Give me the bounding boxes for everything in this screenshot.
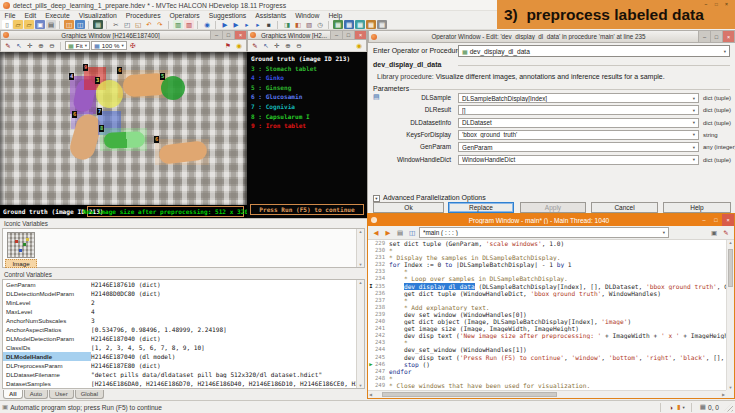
zoom-select[interactable]: ▦100 %▾	[91, 41, 127, 50]
maximize-button[interactable]: □	[710, 31, 722, 42]
activate-icon[interactable]: ◨	[282, 20, 292, 29]
paste-icon[interactable]: ◱	[133, 20, 143, 29]
code-editor[interactable]: 229set_dict_tuple (GenParam, 'scale_wind…	[368, 240, 726, 390]
param-value-combo[interactable]: []▾	[458, 105, 699, 115]
variable-row-DLDetectionModelParam[interactable]: DLDetectionModelParamH21408D0DC80 (dict)	[3, 289, 364, 298]
menu-execute[interactable]: Execute	[41, 12, 75, 19]
pan-icon[interactable]: ✛	[25, 41, 35, 50]
maximize-button[interactable]: □	[710, 214, 722, 226]
code-line-239[interactable]: 239 dev_set_window (WindowHandles[0])	[368, 311, 726, 318]
variable-row-DatasetSamples[interactable]: DatasetSamples[H2146E186DA0, H2146E186D7…	[3, 379, 364, 388]
menu-visualization[interactable]: Visualization	[74, 12, 121, 19]
variable-row-DLModelDetectionParam[interactable]: DLModelDetectionParamH2146E187040 (dict)	[3, 334, 364, 343]
expander-arrow-icon[interactable]: ▾	[373, 195, 380, 202]
chevron-down-icon[interactable]: ▾	[693, 145, 695, 150]
code-line-249[interactable]: 249* Close windows that have been used f…	[368, 382, 726, 389]
chevron-down-icon[interactable]: ▾	[683, 405, 685, 410]
replace-operator-icon[interactable]: ▥	[184, 20, 194, 29]
variable-row-ClassIDs[interactable]: ClassIDs[1, 2, 3, 4, 5, 6, 7, 8, 9, 10]	[3, 343, 364, 352]
menu-help[interactable]: Help	[324, 12, 347, 19]
undo-icon[interactable]: ↶	[144, 20, 154, 29]
select-icon[interactable]: ↖	[261, 41, 271, 50]
zoom-out-icon[interactable]: ⊖	[47, 41, 57, 50]
param-value-combo[interactable]: DLDataset▾	[458, 118, 699, 128]
tab-user[interactable]: User	[49, 390, 74, 399]
code-line-245[interactable]: 245 dev_disp_text ('Press Run (F5) to co…	[368, 354, 726, 361]
zoom-out-icon[interactable]: ⊖	[294, 41, 304, 50]
scrollbar-thumb[interactable]	[728, 249, 733, 287]
open-program-icon[interactable]: ▱	[13, 20, 23, 29]
code-line-248[interactable]: 248*	[368, 375, 726, 382]
close-button[interactable]: ×	[722, 214, 734, 226]
tab-auto[interactable]: Auto	[24, 390, 48, 399]
run-icon[interactable]: ▶	[220, 20, 230, 29]
variable-row-DLDatasetFilename[interactable]: DLDatasetFilename"detect_pills_data/dlda…	[3, 370, 364, 379]
new-program-icon[interactable]: ▯	[2, 20, 12, 29]
profiler-icon[interactable]: ▧	[304, 20, 314, 29]
menu-suggestions[interactable]: Suggestions	[204, 12, 250, 19]
variable-row-AnchorAspectRatios[interactable]: AnchorAspectRatios[0.534796, 0.98496, 1.…	[3, 325, 364, 334]
image-acquisition-assistant-icon[interactable]: ▦	[333, 20, 343, 29]
variable-row-MaxLevel[interactable]: MaxLevel4	[3, 307, 364, 316]
step-out-icon[interactable]: ▸	[253, 20, 263, 29]
menu-window[interactable]: Window	[291, 12, 324, 19]
pill-image-canvas[interactable]: 493656786	[0, 52, 247, 205]
code-line-233[interactable]: 233 *	[368, 268, 726, 275]
code-line-229[interactable]: 229set_dict_tuple (GenParam, 'scale_wind…	[368, 240, 726, 247]
copy-icon[interactable]: ◰	[122, 20, 132, 29]
resize-grip[interactable]	[724, 403, 733, 412]
print-icon[interactable]: ▤	[46, 20, 56, 29]
code-line-244[interactable]: 244 dev_set_window (WindowHandles[1])	[368, 346, 726, 353]
insert-operator-icon[interactable]: ▥	[173, 20, 183, 29]
import-icon[interactable]: ◫	[75, 20, 85, 29]
edit-procedure-icon[interactable]: ✎	[721, 228, 731, 237]
menu-edit[interactable]: Edit	[20, 12, 41, 19]
menu-file[interactable]: File	[0, 12, 20, 19]
code-line-242[interactable]: 242 dev_disp_text ('New image size after…	[368, 332, 726, 339]
vertical-scrollbar[interactable]: ▲▼	[356, 280, 364, 388]
calibration-assistant-icon[interactable]: ▦	[344, 20, 354, 29]
menu-operators[interactable]: Operators	[165, 12, 204, 19]
legend-canvas[interactable]: Ground truth (image ID 213)3 : Stomach t…	[247, 52, 367, 218]
ocr-assistant-icon[interactable]: ▦	[377, 20, 387, 29]
select-icon[interactable]: ↖	[14, 41, 24, 50]
code-line-247[interactable]: 247endfor	[368, 368, 726, 375]
image-variable-label[interactable]: Image	[5, 259, 37, 268]
variable-row-GenParam[interactable]: GenParamH2146E187610 (dict)	[3, 280, 364, 289]
zoom-in-icon[interactable]: ⊕	[283, 41, 293, 50]
close-button[interactable]: ×	[722, 31, 734, 42]
pan-icon[interactable]: ✛	[272, 41, 282, 50]
image-variable-thumbnail[interactable]	[7, 232, 35, 258]
param-value-combo[interactable]: 'bbox_ground_truth'▾	[458, 130, 699, 140]
operator-search-combo[interactable]: ▦ dev_display_dl_data ▾	[458, 45, 730, 57]
variable-row-DLPreprocessParam[interactable]: DLPreprocessParamH2146E187E80 (dict)	[3, 361, 364, 370]
param-value-combo[interactable]: GenParam▾	[458, 142, 699, 152]
step-into-icon[interactable]: ▸	[242, 20, 252, 29]
open-file-icon[interactable]: ▱	[24, 20, 34, 29]
minimize-button[interactable]: –	[210, 31, 222, 39]
forward-icon[interactable]: ▶	[383, 228, 393, 237]
code-line-243[interactable]: 243 *	[368, 339, 726, 346]
clock-icon[interactable]: ◷	[315, 20, 325, 29]
variable-row-MinLevel[interactable]: MinLevel2	[3, 298, 364, 307]
procedures-icon[interactable]: ▤	[395, 228, 405, 237]
minimize-button[interactable]: –	[698, 214, 710, 226]
vertical-scrollbar[interactable]: ▲▼	[356, 229, 364, 267]
code-line-235[interactable]: I235 dev_display_dl_data (DLSampleBatchD…	[368, 283, 726, 290]
close-button[interactable]: ×	[234, 31, 246, 39]
maximize-button[interactable]: □	[222, 31, 234, 39]
code-line-238[interactable]: 238 * Add explanatory text.	[368, 304, 726, 311]
fit-select[interactable]: ▦Fit▾	[65, 41, 90, 50]
program-window-titlebar[interactable]: Program Window - main* () - Main Thread:…	[368, 214, 734, 226]
draw-region-icon[interactable]: ✎	[250, 41, 260, 50]
code-line-230[interactable]: 230*	[368, 247, 726, 254]
ok-button[interactable]: Ok	[373, 202, 444, 213]
help-button[interactable]: Help	[663, 202, 731, 213]
measure-assistant-icon[interactable]: ▦	[366, 20, 376, 29]
code-line-232[interactable]: 232for Index := 0 to |DLSampleBatchDispl…	[368, 261, 726, 268]
variable-row-AnchorNumSubscales[interactable]: AnchorNumSubscales3	[3, 316, 364, 325]
param-value-combo[interactable]: WindowHandleDict▾	[458, 155, 699, 165]
chevron-down-icon[interactable]: ▾	[663, 230, 665, 235]
horizontal-scrollbar[interactable]: ◀▶	[368, 390, 726, 398]
flag-icon[interactable]: ⚑	[223, 41, 233, 50]
